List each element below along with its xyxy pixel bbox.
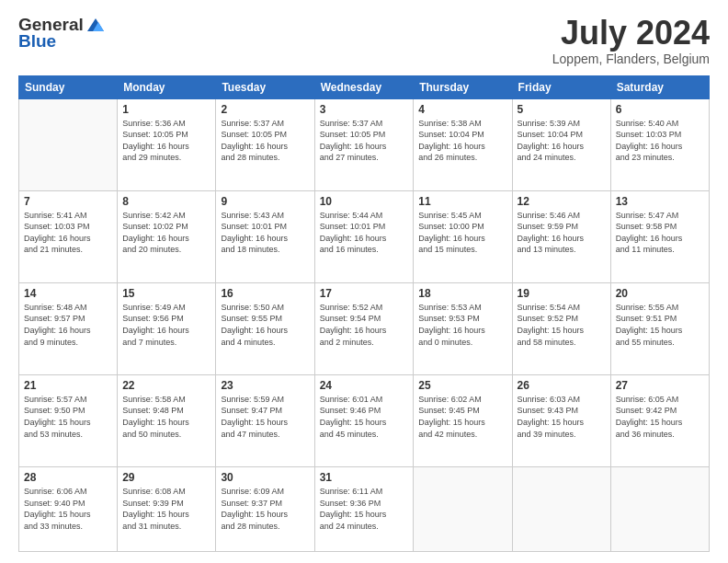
calendar-cell: 28Sunrise: 6:06 AMSunset: 9:40 PMDayligh… xyxy=(19,466,118,551)
day-number: 5 xyxy=(518,103,606,116)
sunrise-text: Sunrise: 5:57 AM xyxy=(24,394,112,406)
sunset-text: Sunset: 9:52 PM xyxy=(518,313,606,325)
day-info: Sunrise: 6:03 AMSunset: 9:43 PMDaylight:… xyxy=(518,394,606,440)
day-number: 2 xyxy=(221,103,309,116)
calendar-header-wednesday: Wednesday xyxy=(314,75,414,98)
day-info: Sunrise: 5:42 AMSunset: 10:02 PMDaylight… xyxy=(122,210,210,256)
sunset-text: Sunset: 9:47 PM xyxy=(221,405,309,417)
daylight-text: Daylight: 16 hoursand 26 minutes. xyxy=(418,141,506,164)
sunset-text: Sunset: 9:45 PM xyxy=(418,405,506,417)
calendar-table: SundayMondayTuesdayWednesdayThursdayFrid… xyxy=(18,75,710,552)
sunset-text: Sunset: 10:03 PM xyxy=(616,129,704,141)
sunset-text: Sunset: 9:53 PM xyxy=(418,313,506,325)
day-number: 27 xyxy=(616,379,704,392)
sunset-text: Sunset: 9:57 PM xyxy=(24,313,112,325)
sunrise-text: Sunrise: 5:37 AM xyxy=(221,118,309,130)
day-number: 21 xyxy=(24,379,112,392)
sunrise-text: Sunrise: 5:37 AM xyxy=(320,118,409,130)
day-info: Sunrise: 5:58 AMSunset: 9:48 PMDaylight:… xyxy=(122,394,210,440)
daylight-text: Daylight: 16 hoursand 23 minutes. xyxy=(616,141,704,164)
sunset-text: Sunset: 9:37 PM xyxy=(221,498,309,510)
calendar-cell: 7Sunrise: 5:41 AMSunset: 10:03 PMDayligh… xyxy=(19,190,118,282)
day-info: Sunrise: 5:47 AMSunset: 9:58 PMDaylight:… xyxy=(616,210,704,256)
daylight-text: Daylight: 16 hoursand 16 minutes. xyxy=(320,233,409,256)
daylight-text: Daylight: 16 hoursand 29 minutes. xyxy=(122,141,210,164)
day-info: Sunrise: 5:52 AMSunset: 9:54 PMDaylight:… xyxy=(320,302,409,348)
calendar-cell: 20Sunrise: 5:55 AMSunset: 9:51 PMDayligh… xyxy=(610,282,709,374)
sunset-text: Sunset: 10:02 PM xyxy=(122,221,210,233)
day-info: Sunrise: 5:49 AMSunset: 9:56 PMDaylight:… xyxy=(122,302,210,348)
sunrise-text: Sunrise: 5:52 AM xyxy=(320,302,409,314)
day-number: 11 xyxy=(418,195,506,208)
day-info: Sunrise: 5:50 AMSunset: 9:55 PMDaylight:… xyxy=(221,302,309,348)
daylight-text: Daylight: 16 hoursand 15 minutes. xyxy=(418,233,506,256)
day-info: Sunrise: 5:46 AMSunset: 9:59 PMDaylight:… xyxy=(518,210,606,256)
sunrise-text: Sunrise: 5:46 AM xyxy=(518,210,606,222)
day-number: 30 xyxy=(221,471,309,484)
sunrise-text: Sunrise: 5:38 AM xyxy=(418,118,506,130)
day-number: 3 xyxy=(320,103,409,116)
header-right: July 2024 Loppem, Flanders, Belgium xyxy=(552,15,710,66)
calendar-cell: 6Sunrise: 5:40 AMSunset: 10:03 PMDayligh… xyxy=(610,98,709,190)
daylight-text: Daylight: 15 hoursand 47 minutes. xyxy=(221,417,309,440)
day-number: 20 xyxy=(616,287,704,300)
day-info: Sunrise: 6:11 AMSunset: 9:36 PMDaylight:… xyxy=(320,486,409,532)
sunrise-text: Sunrise: 5:54 AM xyxy=(518,302,606,314)
calendar-cell: 13Sunrise: 5:47 AMSunset: 9:58 PMDayligh… xyxy=(610,190,709,282)
day-info: Sunrise: 5:37 AMSunset: 10:05 PMDaylight… xyxy=(320,118,409,164)
day-number: 31 xyxy=(320,471,409,484)
logo: General Blue xyxy=(18,15,106,52)
sunset-text: Sunset: 9:39 PM xyxy=(122,498,210,510)
sunset-text: Sunset: 9:36 PM xyxy=(320,498,409,510)
day-info: Sunrise: 5:54 AMSunset: 9:52 PMDaylight:… xyxy=(518,302,606,348)
sunset-text: Sunset: 9:58 PM xyxy=(616,221,704,233)
calendar-cell: 27Sunrise: 6:05 AMSunset: 9:42 PMDayligh… xyxy=(610,374,709,466)
day-number: 6 xyxy=(616,103,704,116)
daylight-text: Daylight: 15 hoursand 45 minutes. xyxy=(320,417,409,440)
sunrise-text: Sunrise: 6:08 AM xyxy=(122,486,210,498)
sunrise-text: Sunrise: 6:01 AM xyxy=(320,394,409,406)
sunrise-text: Sunrise: 5:59 AM xyxy=(221,394,309,406)
calendar-cell: 12Sunrise: 5:46 AMSunset: 9:59 PMDayligh… xyxy=(512,190,610,282)
day-number: 18 xyxy=(418,287,506,300)
daylight-text: Daylight: 16 hoursand 21 minutes. xyxy=(24,233,112,256)
day-info: Sunrise: 6:08 AMSunset: 9:39 PMDaylight:… xyxy=(122,486,210,532)
sunrise-text: Sunrise: 5:40 AM xyxy=(616,118,704,130)
day-number: 28 xyxy=(24,471,112,484)
daylight-text: Daylight: 15 hoursand 33 minutes. xyxy=(24,509,112,532)
calendar-cell: 5Sunrise: 5:39 AMSunset: 10:04 PMDayligh… xyxy=(512,98,610,190)
calendar-cell: 23Sunrise: 5:59 AMSunset: 9:47 PMDayligh… xyxy=(216,374,314,466)
calendar-cell: 9Sunrise: 5:43 AMSunset: 10:01 PMDayligh… xyxy=(216,190,314,282)
day-number: 24 xyxy=(320,379,409,392)
month-title: July 2024 xyxy=(552,15,710,52)
day-number: 16 xyxy=(221,287,309,300)
day-info: Sunrise: 5:57 AMSunset: 9:50 PMDaylight:… xyxy=(24,394,112,440)
day-number: 23 xyxy=(221,379,309,392)
calendar-header-monday: Monday xyxy=(118,75,216,98)
day-info: Sunrise: 5:55 AMSunset: 9:51 PMDaylight:… xyxy=(616,302,704,348)
daylight-text: Daylight: 15 hoursand 53 minutes. xyxy=(24,417,112,440)
sunset-text: Sunset: 10:05 PM xyxy=(320,129,409,141)
daylight-text: Daylight: 16 hoursand 11 minutes. xyxy=(616,233,704,256)
calendar-cell: 14Sunrise: 5:48 AMSunset: 9:57 PMDayligh… xyxy=(19,282,118,374)
calendar-cell xyxy=(19,98,118,190)
page: General Blue July 2024 Loppem, Flanders,… xyxy=(0,0,728,563)
sunrise-text: Sunrise: 6:02 AM xyxy=(418,394,506,406)
day-info: Sunrise: 5:40 AMSunset: 10:03 PMDaylight… xyxy=(616,118,704,164)
sunset-text: Sunset: 10:05 PM xyxy=(221,129,309,141)
daylight-text: Daylight: 16 hoursand 4 minutes. xyxy=(221,325,309,348)
day-number: 25 xyxy=(418,379,506,392)
sunrise-text: Sunrise: 5:39 AM xyxy=(518,118,606,130)
calendar-cell: 17Sunrise: 5:52 AMSunset: 9:54 PMDayligh… xyxy=(314,282,414,374)
daylight-text: Daylight: 15 hoursand 50 minutes. xyxy=(122,417,210,440)
calendar-cell xyxy=(610,466,709,551)
day-info: Sunrise: 5:45 AMSunset: 10:00 PMDaylight… xyxy=(418,210,506,256)
sunrise-text: Sunrise: 5:45 AM xyxy=(418,210,506,222)
sunset-text: Sunset: 10:05 PM xyxy=(122,129,210,141)
day-number: 17 xyxy=(320,287,409,300)
calendar-cell: 18Sunrise: 5:53 AMSunset: 9:53 PMDayligh… xyxy=(414,282,512,374)
sunrise-text: Sunrise: 5:58 AM xyxy=(122,394,210,406)
daylight-text: Daylight: 15 hoursand 36 minutes. xyxy=(616,417,704,440)
calendar-cell: 24Sunrise: 6:01 AMSunset: 9:46 PMDayligh… xyxy=(314,374,414,466)
day-info: Sunrise: 6:02 AMSunset: 9:45 PMDaylight:… xyxy=(418,394,506,440)
